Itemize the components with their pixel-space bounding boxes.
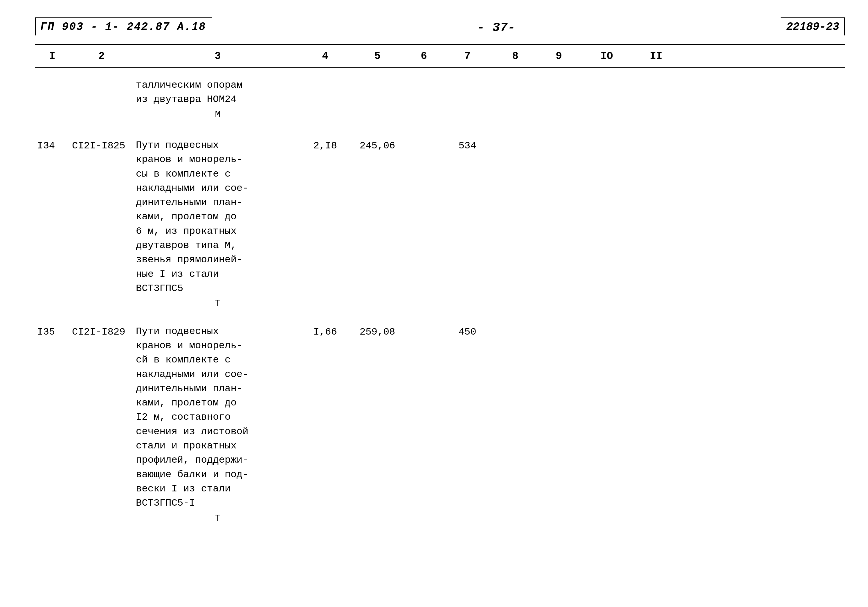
row-134-col3: Пути подвесныхкранов и монорель-сы в ком…	[133, 137, 302, 312]
row-135-col10	[581, 323, 633, 326]
row-135-col4: I,66	[302, 323, 348, 340]
col-header-5: 5	[348, 50, 406, 62]
row-134-col7: 534	[441, 137, 493, 154]
row-134-col6	[406, 137, 441, 140]
row-135-col11	[633, 323, 679, 326]
row-135-suffix: Т	[136, 512, 299, 525]
row-134-col3-text: Пути подвесныхкранов и монорель-сы в ком…	[136, 140, 248, 294]
intro-line2: из двутавра НОМ24	[136, 94, 237, 105]
col-header-10: IO	[581, 50, 633, 62]
col-header-2: 2	[70, 50, 133, 62]
row-135-col3: Пути подвесныхкранов и монорель-сй в ком…	[133, 323, 302, 526]
intro-line1: таллическим опорам	[136, 79, 242, 91]
intro-suffix: М	[136, 108, 299, 121]
row-134-col5: 245,06	[348, 137, 406, 154]
col-header-6: 6	[406, 50, 441, 62]
column-headers: I 2 3 4 5 6 7 8 9 IO II	[35, 44, 845, 68]
page-number: - 37-	[477, 20, 515, 35]
row-135-col7: 450	[441, 323, 493, 340]
header: ГП 903 - 1- 242.87 А.18 - 37- 22189-23	[35, 17, 845, 36]
doc-number-left: ГП 903 - 1- 242.87 А.18	[35, 17, 212, 36]
table-row: I34 СI2I-I825 Пути подвесныхкранов и мон…	[35, 137, 845, 312]
row-134-col11	[633, 137, 679, 140]
col-header-11: II	[633, 50, 679, 62]
row-135-col6	[406, 323, 441, 326]
table-row: I35 СI2I-I829 Пути подвесныхкранов и мон…	[35, 323, 845, 526]
intro-row: таллическим опорам из двутавра НОМ24 М	[35, 77, 845, 123]
row-135-col9	[537, 323, 581, 326]
col-header-9: 9	[537, 50, 581, 62]
row-134-suffix: Т	[136, 297, 299, 310]
row-135-col3-text: Пути подвесныхкранов и монорель-сй в ком…	[136, 326, 248, 509]
doc-number-right: 22189-23	[781, 17, 845, 36]
row-134-col2: СI2I-I825	[70, 137, 133, 154]
page: ГП 903 - 1- 242.87 А.18 - 37- 22189-23 I…	[0, 0, 868, 607]
row-134-col4: 2,I8	[302, 137, 348, 154]
row-134-col9	[537, 137, 581, 140]
row-134-col10	[581, 137, 633, 140]
row-135-col1: I35	[35, 323, 70, 340]
col-header-8: 8	[493, 50, 537, 62]
col-header-1: I	[35, 50, 70, 62]
row-135-col2: СI2I-I829	[70, 323, 133, 340]
col-header-4: 4	[302, 50, 348, 62]
row-135-col5: 259,08	[348, 323, 406, 340]
intro-text: таллическим опорам из двутавра НОМ24 М	[133, 77, 302, 123]
row-134-col1: I34	[35, 137, 70, 154]
row-135-col8	[493, 323, 537, 326]
col-header-7: 7	[441, 50, 493, 62]
row-134-col8	[493, 137, 537, 140]
col-header-3: 3	[133, 50, 302, 62]
